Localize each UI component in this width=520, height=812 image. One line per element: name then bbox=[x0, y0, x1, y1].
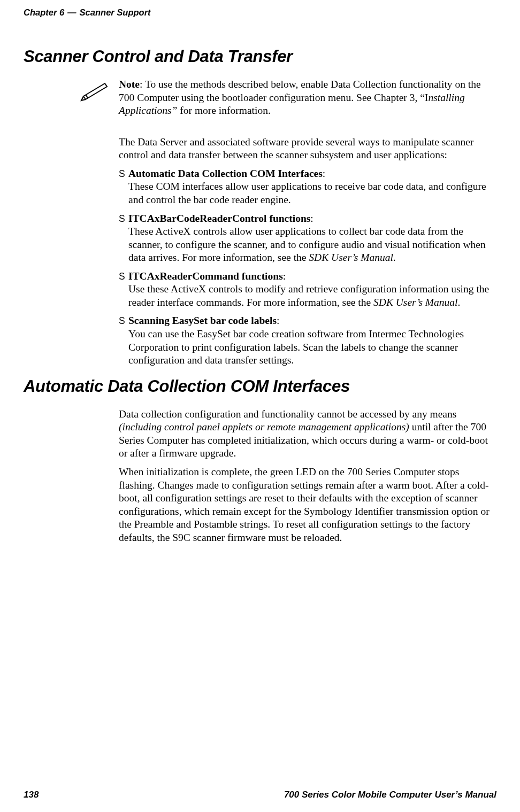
note-label: Note bbox=[119, 79, 140, 90]
note-icon-container bbox=[24, 78, 119, 102]
note-block: Note: To use the methods described below… bbox=[24, 78, 496, 123]
list-item: ITCAxReaderCommand functions: Use these … bbox=[119, 270, 496, 310]
note-paragraph: Note: To use the methods described below… bbox=[119, 78, 496, 118]
note-icon bbox=[80, 80, 109, 102]
list-item: Automatic Data Collection COM Interfaces… bbox=[119, 167, 496, 207]
list-item-italic: SDK User’s Manual bbox=[373, 297, 457, 308]
section-heading-scanner-control: Scanner Control and Data Transfer bbox=[24, 47, 496, 66]
list-item-body: These ActiveX controls allow user applic… bbox=[128, 226, 486, 263]
list-item-body: These COM interfaces allow user applicat… bbox=[128, 181, 486, 205]
section2-p2: When initialization is complete, the gre… bbox=[119, 466, 496, 544]
list-item-title: Scanning EasySet bar code labels bbox=[128, 315, 277, 326]
list-item-title: Automatic Data Collection COM Interfaces bbox=[128, 168, 323, 179]
note-text: Note: To use the methods described below… bbox=[119, 78, 496, 123]
section1-intro: The Data Server and associated software … bbox=[119, 136, 496, 162]
page-footer: 138 700 Series Color Mobile Computer Use… bbox=[24, 790, 496, 800]
list-item: ITCAxBarCodeReaderControl functions: The… bbox=[119, 212, 496, 265]
list-item-body2: . bbox=[458, 297, 461, 308]
section-heading-adc-com: Automatic Data Collection COM Interfaces bbox=[24, 377, 496, 396]
list-item-italic: SDK User’s Manual bbox=[309, 252, 393, 263]
page-number: 138 bbox=[24, 790, 39, 800]
p1a: Data collection configuration and functi… bbox=[119, 408, 456, 420]
section2-body: Data collection configuration and functi… bbox=[119, 408, 496, 545]
header-title: Scanner Support bbox=[80, 7, 151, 17]
note-body: : To use the methods described below, en… bbox=[119, 79, 481, 103]
list-item: Scanning EasySet bar code labels: You ca… bbox=[119, 314, 496, 367]
list-item-body2: . bbox=[393, 252, 396, 263]
list-item-title: ITCAxReaderCommand functions bbox=[128, 270, 283, 282]
list-item-title: ITCAxBarCodeReaderControl functions bbox=[128, 213, 310, 224]
p1i: (including control panel applets or remo… bbox=[119, 421, 409, 432]
list-item-body: You can use the EasySet bar code creatio… bbox=[128, 328, 464, 366]
page-content: Scanner Control and Data Transfer Note: … bbox=[24, 37, 496, 550]
footer-title: 700 Series Color Mobile Computer User’s … bbox=[284, 790, 496, 800]
section2-p1: Data collection configuration and functi… bbox=[119, 408, 496, 460]
header-dash: — bbox=[67, 7, 77, 17]
header-chapter: Chapter 6 bbox=[24, 7, 64, 17]
page-header: Chapter 6—Scanner Support bbox=[24, 7, 496, 18]
feature-list: Automatic Data Collection COM Interfaces… bbox=[119, 167, 496, 367]
section1-body: The Data Server and associated software … bbox=[119, 136, 496, 367]
note-after: for more information. bbox=[180, 105, 271, 116]
